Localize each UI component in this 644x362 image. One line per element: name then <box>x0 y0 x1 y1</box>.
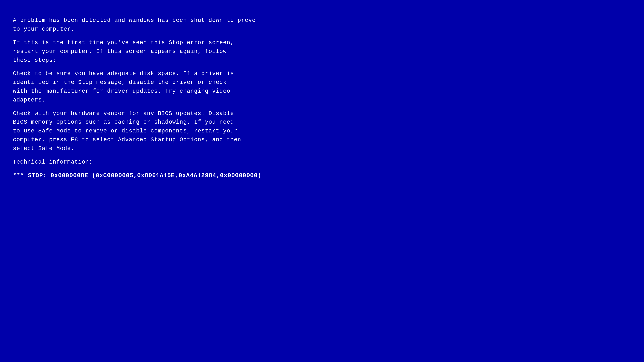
bsod-line-2: to your computer. <box>13 25 631 34</box>
bsod-stop-code: *** STOP: 0x0000008E (0xC0000005,0x8061A… <box>13 171 631 180</box>
bsod-line-7: identified in the Stop message, disable … <box>13 78 631 87</box>
bsod-content: A problem has been detected and windows … <box>13 16 631 180</box>
bsod-line-5: these steps: <box>13 56 631 65</box>
bsod-technical-info-label: Technical information: <box>13 158 631 167</box>
bsod-spacer-2 <box>13 64 631 69</box>
bsod-line-12: to use Safe Mode to remove or disable co… <box>13 127 631 135</box>
bsod-spacer-1 <box>13 34 631 38</box>
bsod-line-14: select Safe Mode. <box>13 144 631 153</box>
bsod-spacer-4 <box>13 153 631 158</box>
bsod-line-4: restart your computer. If this screen ap… <box>13 47 631 56</box>
bsod-spacer-3 <box>13 104 631 109</box>
bsod-line-8: with the manufacturer for driver updates… <box>13 87 631 96</box>
bsod-line-3: If this is the first time you've seen th… <box>13 38 631 47</box>
bsod-spacer-5 <box>13 166 631 171</box>
bsod-screen: A problem has been detected and windows … <box>0 0 644 362</box>
bsod-line-9: adapters. <box>13 96 631 104</box>
bsod-line-11: BIOS memory options such as caching or s… <box>13 118 631 127</box>
bsod-line-13: computer, press F8 to select Advanced St… <box>13 135 631 144</box>
bsod-line-6: Check to be sure you have adequate disk … <box>13 69 631 78</box>
bsod-line-1: A problem has been detected and windows … <box>13 16 631 25</box>
bsod-line-10: Check with your hardware vendor for any … <box>13 109 631 118</box>
